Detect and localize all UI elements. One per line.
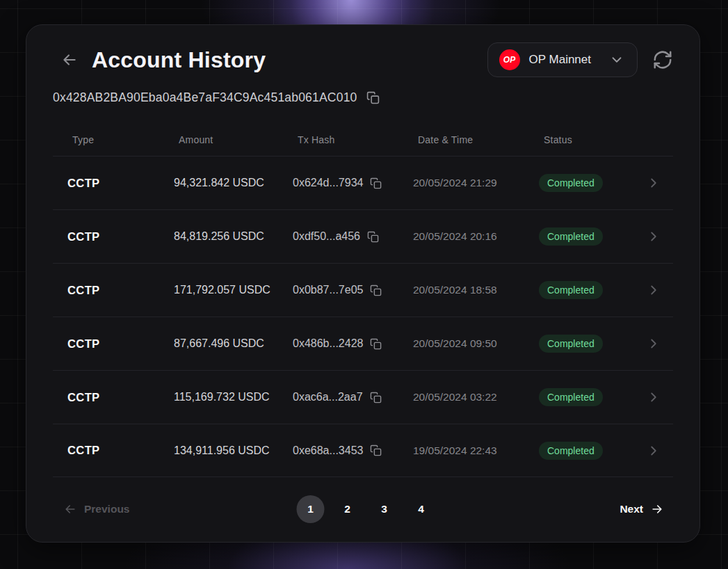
tx-amount: 94,321.842 USDC: [174, 177, 293, 189]
row-detail-button[interactable]: [646, 390, 680, 405]
tx-amount: 87,667.496 USDC: [174, 337, 293, 350]
tx-datetime: 20/05/2024 20:16: [413, 230, 539, 243]
table-row[interactable]: CCTP 115,169.732 USDC 0xac6a...2aa7 20/0…: [53, 370, 673, 424]
chevron-right-icon: [646, 175, 661, 191]
row-detail-button[interactable]: [646, 175, 680, 191]
page-title: Account History: [92, 47, 266, 73]
tx-hash: 0xac6a...2aa7: [293, 391, 363, 403]
copy-tx-hash-button[interactable]: [367, 231, 379, 243]
copy-address-button[interactable]: [366, 91, 380, 104]
column-header-type: Type: [72, 134, 179, 145]
column-header-tx-hash: Tx Hash: [298, 134, 418, 145]
next-label: Next: [620, 503, 643, 515]
chevron-right-icon: [646, 282, 661, 298]
status-badge: Completed: [539, 281, 603, 299]
status-badge: Completed: [539, 227, 603, 246]
wallet-address: 0x428AB2BA90Eba0a4Be7aF34C9Ac451ab061AC0…: [53, 90, 357, 105]
page-numbers: 1 2 3 4: [296, 495, 435, 523]
tx-amount: 84,819.256 USDC: [174, 230, 293, 243]
previous-label: Previous: [84, 503, 129, 515]
tx-type: CCTP: [67, 284, 174, 297]
page-button-1[interactable]: 1: [296, 495, 324, 523]
copy-icon: [370, 338, 382, 350]
chevron-down-icon: [609, 52, 624, 67]
table-row[interactable]: CCTP 94,321.842 USDC 0x624d...7934 20/05…: [53, 156, 673, 209]
tx-type: CCTP: [67, 444, 174, 457]
page-button-2[interactable]: 2: [333, 495, 361, 523]
copy-tx-hash-button[interactable]: [370, 444, 382, 456]
pagination: Previous 1 2 3 4 Next: [53, 477, 673, 541]
arrow-left-icon: [63, 502, 77, 516]
page-button-3[interactable]: 3: [370, 495, 398, 523]
copy-icon: [370, 444, 382, 456]
copy-icon: [366, 91, 380, 104]
row-detail-button[interactable]: [646, 229, 680, 244]
tx-hash: 0x0b87...7e05: [293, 284, 363, 296]
status-badge: Completed: [539, 388, 603, 406]
table-row[interactable]: CCTP 84,819.256 USDC 0xdf50...a456 20/05…: [53, 209, 673, 263]
tx-amount: 171,792.057 USDC: [174, 284, 293, 296]
tx-type: CCTP: [67, 337, 174, 351]
tx-hash: 0x486b...2428: [293, 337, 363, 350]
tx-datetime: 19/05/2024 22:43: [413, 444, 539, 457]
copy-icon: [370, 284, 382, 296]
column-header-amount: Amount: [179, 134, 298, 145]
account-history-card: Account History OP OP Mainnet 0x428AB2BA…: [26, 24, 700, 543]
tx-type: CCTP: [67, 230, 174, 243]
column-header-datetime: Date & Time: [418, 134, 544, 145]
copy-icon: [370, 177, 382, 189]
tx-type: CCTP: [67, 391, 174, 404]
arrow-right-icon: [650, 502, 664, 516]
status-badge: Completed: [539, 335, 603, 353]
previous-page-button[interactable]: Previous: [53, 502, 129, 516]
column-header-status: Status: [544, 134, 651, 145]
copy-icon: [370, 392, 382, 403]
table-row[interactable]: CCTP 171,792.057 USDC 0x0b87...7e05 20/0…: [53, 263, 673, 316]
tx-type: CCTP: [67, 177, 174, 190]
chevron-right-icon: [646, 390, 661, 405]
chevron-right-icon: [646, 229, 661, 244]
back-arrow-icon: [60, 51, 79, 69]
tx-hash: 0xe68a...3453: [293, 444, 363, 457]
tx-hash: 0x624d...7934: [293, 177, 363, 189]
tx-amount: 134,911.956 USDC: [174, 444, 293, 457]
tx-amount: 115,169.732 USDC: [174, 391, 293, 403]
table-row[interactable]: CCTP 87,667.496 USDC 0x486b...2428 20/05…: [53, 316, 673, 370]
network-select[interactable]: OP OP Mainnet: [487, 42, 638, 77]
tx-datetime: 20/05/2024 03:22: [413, 391, 539, 403]
table-header: Type Amount Tx Hash Date & Time Status: [53, 105, 673, 156]
table-row[interactable]: CCTP 134,911.956 USDC 0xe68a...3453 19/0…: [53, 424, 673, 477]
tx-datetime: 20/05/2024 09:50: [413, 337, 539, 350]
tx-hash: 0xdf50...a456: [293, 230, 360, 243]
page-button-4[interactable]: 4: [407, 495, 435, 523]
address-row: 0x428AB2BA90Eba0a4Be7aF34C9Ac451ab061AC0…: [53, 90, 673, 105]
row-detail-button[interactable]: [646, 336, 680, 351]
tx-datetime: 20/05/2024 21:29: [413, 177, 539, 189]
status-badge: Completed: [539, 174, 603, 192]
back-button[interactable]: [60, 50, 79, 70]
network-name: OP Mainnet: [529, 53, 591, 67]
copy-icon: [367, 231, 379, 243]
next-page-button[interactable]: Next: [620, 502, 673, 516]
copy-tx-hash-button[interactable]: [370, 177, 382, 189]
refresh-icon: [652, 49, 673, 70]
refresh-button[interactable]: [652, 49, 673, 70]
card-header: Account History OP OP Mainnet: [53, 42, 673, 77]
chevron-right-icon: [646, 443, 661, 458]
copy-tx-hash-button[interactable]: [370, 392, 382, 403]
op-logo: OP: [499, 49, 520, 70]
row-detail-button[interactable]: [646, 282, 680, 298]
copy-tx-hash-button[interactable]: [370, 338, 382, 350]
chevron-right-icon: [646, 336, 661, 351]
header-right: OP OP Mainnet: [487, 42, 673, 77]
tx-datetime: 20/05/2024 18:58: [413, 284, 539, 296]
header-left: Account History: [60, 47, 266, 73]
copy-tx-hash-button[interactable]: [370, 284, 382, 296]
row-detail-button[interactable]: [646, 443, 680, 458]
table-body: CCTP 94,321.842 USDC 0x624d...7934 20/05…: [53, 156, 673, 477]
status-badge: Completed: [539, 442, 603, 460]
